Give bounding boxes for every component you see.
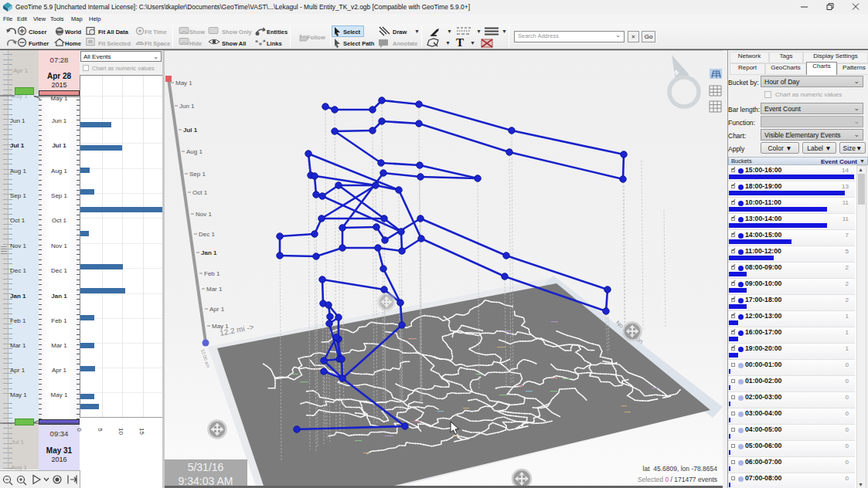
svg-text:9:34:03 AM: 9:34:03 AM: [179, 475, 233, 487]
svg-text:Selected 0 / 171477 events: Selected 0 / 171477 events: [638, 476, 717, 483]
svg-text:Apr 1: Apr 1: [209, 306, 225, 313]
svg-text:Nov 1: Nov 1: [196, 211, 212, 218]
svg-text:5/31/16: 5/31/16: [188, 461, 224, 473]
svg-text:lat 45.6809, lon -78.8654: lat 45.6809, lon -78.8654: [643, 465, 718, 473]
svg-text:Jul 1: Jul 1: [183, 127, 198, 134]
svg-text:Aug 1: Aug 1: [186, 148, 203, 155]
svg-text:Jan 1: Jan 1: [201, 249, 217, 256]
svg-text:May 1: May 1: [175, 80, 192, 86]
svg-text:Feb 1: Feb 1: [204, 270, 220, 277]
svg-text:Sep 1: Sep 1: [189, 171, 206, 178]
svg-text:Mar 1: Mar 1: [206, 286, 223, 293]
svg-text:Oct 1: Oct 1: [192, 189, 208, 196]
svg-text:Jun 1: Jun 1: [179, 103, 195, 110]
svg-text:Dec 1: Dec 1: [199, 231, 215, 238]
